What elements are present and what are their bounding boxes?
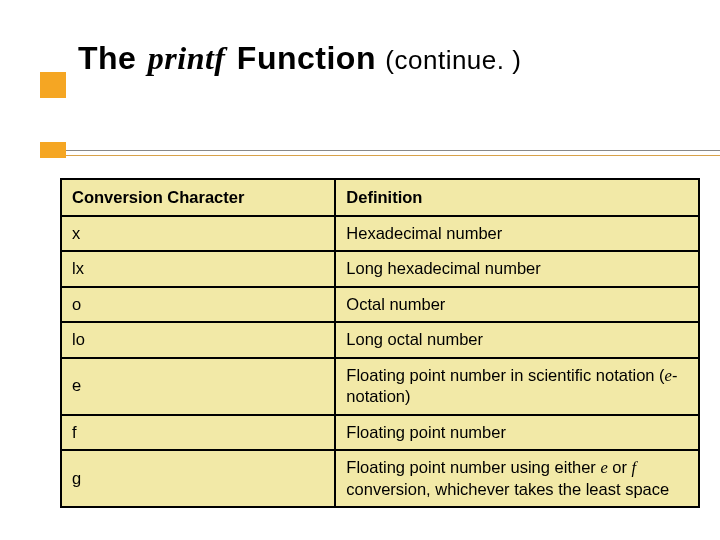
cell-conversion-character: lo [61,322,335,357]
header-conversion-character: Conversion Character [61,179,335,216]
title-the: The [78,40,136,76]
underline-bottom [40,155,720,156]
table-row: fFloating point number [61,415,699,450]
cell-definition: Floating point number [335,415,699,450]
slide-title: The printf Function (continue. ) [78,40,521,76]
cell-conversion-character: o [61,287,335,322]
cell-conversion-character: x [61,216,335,251]
table-row: lxLong hexadecimal number [61,251,699,286]
cell-conversion-character: g [61,450,335,507]
conversion-table-wrap: Conversion Character Definition xHexadec… [60,178,700,508]
accent-square [40,72,66,98]
header-definition: Definition [335,179,699,216]
cell-definition: Hexadecimal number [335,216,699,251]
cell-conversion-character: lx [61,251,335,286]
cell-definition: Long hexadecimal number [335,251,699,286]
table-body: xHexadecimal numberlxLong hexadecimal nu… [61,216,699,507]
cell-definition: Floating point number using either e or … [335,450,699,507]
title-underline [40,150,720,160]
cell-definition: Octal number [335,287,699,322]
cell-definition: Floating point number in scientific nota… [335,358,699,415]
title-printf: printf [146,40,228,76]
table-row: xHexadecimal number [61,216,699,251]
cell-conversion-character: f [61,415,335,450]
table-row: oOctal number [61,287,699,322]
title-continue: (continue. ) [385,45,521,75]
accent-overlay [40,142,66,158]
cell-conversion-character: e [61,358,335,415]
slide-title-wrap: The printf Function (continue. ) [78,40,690,77]
conversion-table: Conversion Character Definition xHexadec… [60,178,700,508]
underline-top [40,150,720,151]
cell-definition: Long octal number [335,322,699,357]
title-function: Function [237,40,376,76]
table-row: loLong octal number [61,322,699,357]
table-header-row: Conversion Character Definition [61,179,699,216]
table-row: gFloating point number using either e or… [61,450,699,507]
slide: The printf Function (continue. ) Convers… [0,0,720,540]
table-row: eFloating point number in scientific not… [61,358,699,415]
